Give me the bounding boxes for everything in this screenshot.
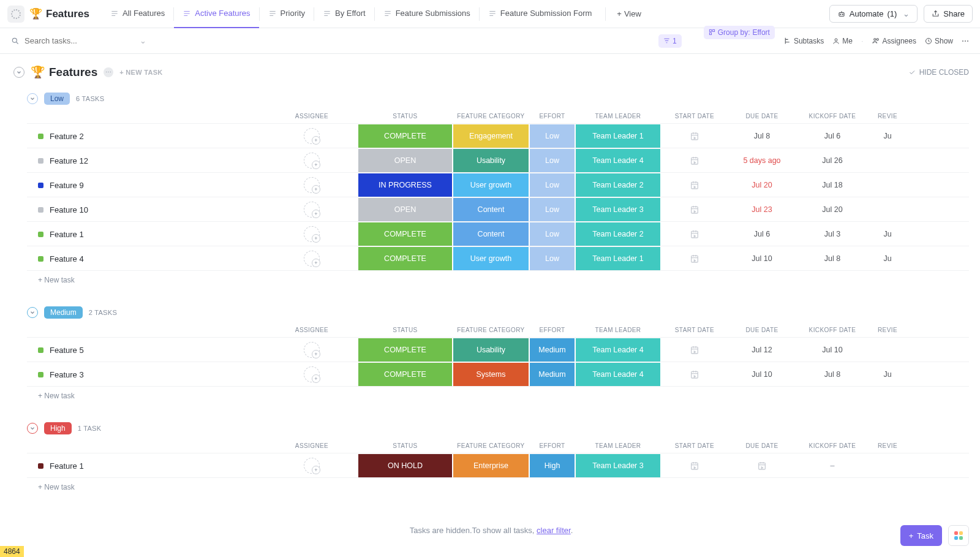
add-view-button[interactable]: + View <box>611 9 647 18</box>
due-date[interactable]: Jul 20 <box>728 181 796 189</box>
col-assignee[interactable]: ASSIGNEE <box>266 113 358 119</box>
status-badge[interactable]: OPEN <box>358 149 452 172</box>
filter-pill[interactable]: 1 <box>658 34 682 48</box>
start-date-empty[interactable] <box>661 461 728 471</box>
col-review[interactable]: REVIE <box>869 327 906 333</box>
col-category[interactable]: FEATURE CATEGORY <box>453 113 529 119</box>
review-date[interactable]: Ju <box>869 254 906 263</box>
tab-all-features[interactable]: All Features <box>102 0 173 28</box>
clear-filter-link[interactable]: clear filter <box>537 526 571 535</box>
task-row[interactable]: Feature 12 OPEN Usability Low Team Leade… <box>27 148 969 172</box>
task-row[interactable]: Feature 2 COMPLETE Engagement Low Team L… <box>27 123 969 148</box>
leader-badge[interactable]: Team Leader 4 <box>576 363 660 386</box>
status-dot[interactable] <box>38 347 43 353</box>
leader-badge[interactable]: Team Leader 1 <box>576 124 660 148</box>
start-date-empty[interactable] <box>661 229 728 239</box>
group-pill[interactable]: High <box>44 422 72 434</box>
review-date[interactable]: Ju <box>869 230 906 238</box>
new-task-inline-button[interactable]: + NEW TASK <box>119 69 162 76</box>
me-button[interactable]: Me <box>832 37 853 45</box>
effort-badge[interactable]: Low <box>530 222 575 246</box>
task-name[interactable]: Feature 3 <box>50 370 84 379</box>
status-dot[interactable] <box>38 232 43 237</box>
col-leader[interactable]: TEAM LEADER <box>575 442 661 449</box>
due-date[interactable]: Jul 10 <box>728 254 796 263</box>
status-badge[interactable]: COMPLETE <box>358 363 452 386</box>
group-by-pill[interactable]: Group by: Effort <box>704 26 775 39</box>
new-task-row[interactable]: + New task <box>27 270 969 289</box>
tab-feature-submission-form[interactable]: Feature Submission Form <box>480 0 601 28</box>
start-date-empty[interactable] <box>661 131 728 141</box>
assignee-cell[interactable] <box>266 202 358 218</box>
col-effort[interactable]: EFFORT <box>529 327 575 333</box>
show-button[interactable]: Show <box>925 37 953 45</box>
status-dot[interactable] <box>38 207 43 213</box>
effort-badge[interactable]: Low <box>530 149 575 172</box>
info-icon[interactable]: ⋯ <box>104 67 113 77</box>
effort-badge[interactable]: Low <box>530 173 575 197</box>
assignee-cell[interactable] <box>266 366 358 382</box>
col-leader[interactable]: TEAM LEADER <box>575 327 661 333</box>
group-pill[interactable]: Low <box>44 93 70 105</box>
col-assignee[interactable]: ASSIGNEE <box>266 442 358 449</box>
start-date-empty[interactable] <box>661 345 728 355</box>
assignee-cell[interactable] <box>266 153 358 169</box>
task-name[interactable]: Feature 9 <box>50 181 84 190</box>
status-badge[interactable]: ON HOLD <box>358 454 452 477</box>
due-date[interactable]: 5 days ago <box>728 156 796 165</box>
tab-by-effort[interactable]: By Effort <box>314 0 374 28</box>
category-badge[interactable]: Systems <box>453 363 529 386</box>
due-date[interactable]: Jul 12 <box>728 346 796 354</box>
kickoff-date[interactable]: – <box>796 461 869 470</box>
status-dot[interactable] <box>38 134 43 139</box>
task-name[interactable]: Feature 12 <box>50 156 88 165</box>
task-row[interactable]: Feature 4 COMPLETE User growth Low Team … <box>27 246 969 270</box>
col-effort[interactable]: EFFORT <box>529 442 575 449</box>
kickoff-date[interactable]: Jul 26 <box>796 156 869 165</box>
leader-badge[interactable]: Team Leader 4 <box>576 149 660 172</box>
status-badge[interactable]: OPEN <box>358 198 452 221</box>
assignee-cell[interactable] <box>266 251 358 267</box>
assignees-button[interactable]: Assignees <box>872 37 916 45</box>
task-row[interactable]: Feature 1 ON HOLD Enterprise High Team L… <box>27 453 969 477</box>
assignee-cell[interactable] <box>266 177 358 193</box>
due-date-empty[interactable] <box>728 461 796 471</box>
col-category[interactable]: FEATURE CATEGORY <box>453 327 529 333</box>
col-start[interactable]: START DATE <box>661 327 728 333</box>
effort-badge[interactable]: Medium <box>530 338 575 362</box>
assignee-cell[interactable] <box>266 342 358 358</box>
assignee-cell[interactable] <box>266 458 358 474</box>
leader-badge[interactable]: Team Leader 3 <box>576 198 660 221</box>
kickoff-date[interactable]: Jul 10 <box>796 346 869 354</box>
task-row[interactable]: Feature 9 IN PROGRESS User growth Low Te… <box>27 172 969 197</box>
review-date[interactable]: Ju <box>869 370 906 379</box>
task-name[interactable]: Feature 1 <box>50 230 84 239</box>
col-kickoff[interactable]: KICKOFF DATE <box>796 113 869 119</box>
apps-fab[interactable] <box>948 525 969 546</box>
tab-feature-submissions[interactable]: Feature Submissions <box>375 0 479 28</box>
kickoff-date[interactable]: Jul 3 <box>796 230 869 238</box>
share-button[interactable]: Share <box>924 5 973 23</box>
assignee-cell[interactable] <box>266 226 358 242</box>
start-date-empty[interactable] <box>661 180 728 190</box>
category-badge[interactable]: Engagement <box>453 124 529 148</box>
new-task-row[interactable]: + New task <box>27 477 969 496</box>
effort-badge[interactable]: Low <box>530 198 575 221</box>
due-date[interactable]: Jul 6 <box>728 230 796 238</box>
group-collapse-toggle[interactable] <box>27 93 38 104</box>
col-status[interactable]: STATUS <box>358 113 453 119</box>
effort-badge[interactable]: Low <box>530 124 575 148</box>
new-task-row[interactable]: + New task <box>27 386 969 405</box>
due-date[interactable]: Jul 10 <box>728 370 796 379</box>
status-dot[interactable] <box>38 372 43 377</box>
col-status[interactable]: STATUS <box>358 327 453 333</box>
status-badge[interactable]: COMPLETE <box>358 124 452 148</box>
category-badge[interactable]: Enterprise <box>453 454 529 477</box>
hide-closed-button[interactable]: HIDE CLOSED <box>908 68 969 77</box>
task-row[interactable]: Feature 5 COMPLETE Usability Medium Team… <box>27 337 969 362</box>
status-badge[interactable]: COMPLETE <box>358 222 452 246</box>
effort-badge[interactable]: High <box>530 454 575 477</box>
col-start[interactable]: START DATE <box>661 113 728 119</box>
task-name[interactable]: Feature 4 <box>50 254 84 263</box>
col-status[interactable]: STATUS <box>358 442 453 449</box>
